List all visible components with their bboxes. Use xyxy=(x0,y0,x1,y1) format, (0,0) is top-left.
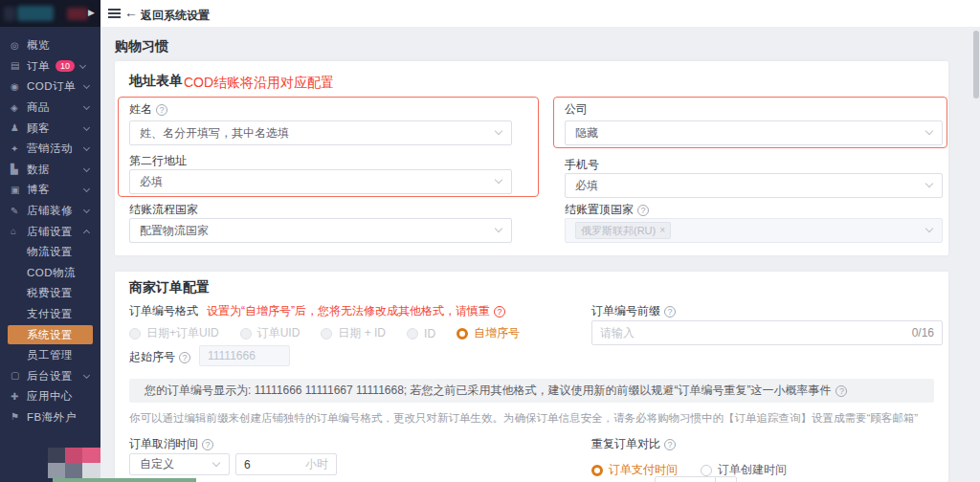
orders-icon: ▤ xyxy=(11,61,27,71)
sidebar-item-cod-orders[interactable]: ◉ COD订单 xyxy=(0,77,100,98)
radio-icon xyxy=(701,465,712,476)
hours-unit-suffix: 小时 xyxy=(305,456,336,472)
chevron-down-icon xyxy=(79,62,86,69)
arrow-left-icon[interactable]: ← xyxy=(124,5,138,20)
cancel-time-mode-select[interactable]: 自定义 xyxy=(129,453,230,475)
sidebar-nav: ◎ 概览 ▤ 订单 10 ◉ COD订单 ◈ 商品 ♟ 顾客 xyxy=(0,35,100,427)
cod-annotation-text: COD结账将沿用对应配置 xyxy=(184,75,334,92)
radio-order-uid[interactable]: 订单UID xyxy=(240,325,301,341)
sidebar-item-staff-management[interactable]: 员工管理 xyxy=(0,345,100,366)
chevron-down-icon xyxy=(83,186,90,192)
vertical-scrollbar-thumb[interactable] xyxy=(973,31,979,99)
logo-redacted-block xyxy=(4,7,15,21)
sidebar-item-backend-settings[interactable]: ▢ 后台设置 xyxy=(0,366,100,387)
partial-number-stepper[interactable] xyxy=(655,476,737,482)
prefix-input[interactable] xyxy=(592,326,912,340)
help-icon[interactable]: ? xyxy=(202,439,213,450)
order-number-format-label: 订单编号格式 xyxy=(129,303,198,319)
radio-selected-icon xyxy=(591,465,603,476)
sidebar-item-orders[interactable]: ▤ 订单 10 xyxy=(0,56,100,77)
help-icon[interactable]: ? xyxy=(835,385,847,397)
name-field-label: 姓名 ? xyxy=(129,101,167,118)
sidebar-item-logistics-settings[interactable]: 物流设置 xyxy=(0,242,100,263)
app-center-icon: ✚ xyxy=(11,392,27,402)
radio-auto-increment[interactable]: 自增序号 xyxy=(457,325,520,341)
chevron-down-icon xyxy=(83,144,90,151)
cancel-hours-input[interactable] xyxy=(236,458,305,471)
card-title: 地址表单 xyxy=(129,73,183,90)
page-title: 购物习惯 xyxy=(115,38,168,55)
sidebar-item-system-settings[interactable]: 系统设置 xyxy=(0,324,100,345)
cancel-hours-input-wrap: 小时 xyxy=(235,453,337,475)
sidebar: ▶ ◎ 概览 ▤ 订单 10 ◉ COD订单 ◈ 商品 xyxy=(0,0,100,482)
sidebar-collapse-icon[interactable]: ▶ xyxy=(88,8,95,17)
store-settings-icon: ⌂ xyxy=(11,227,27,236)
sidebar-item-marketing[interactable]: ✦ 营销活动 xyxy=(0,139,100,160)
sidebar-item-store-settings[interactable]: ⌂ 店铺设置 xyxy=(0,221,100,242)
app-window: ▶ ◎ 概览 ▤ 订单 10 ◉ COD订单 ◈ 商品 xyxy=(0,0,980,482)
chevron-down-icon xyxy=(495,176,502,184)
blog-icon: ▣ xyxy=(11,186,27,195)
store-design-icon: ✎ xyxy=(11,207,27,216)
char-counter: 0/16 xyxy=(912,326,942,340)
company-select[interactable]: 隐藏 xyxy=(565,120,943,145)
back-to-system-settings-link[interactable]: 返回系统设置 xyxy=(141,8,210,24)
chevron-down-icon xyxy=(83,207,90,213)
radio-selected-icon xyxy=(457,328,468,340)
sidebar-item-products[interactable]: ◈ 商品 xyxy=(0,98,100,119)
format-warning-text: 设置为“自增序号”后，您将无法修改成其他格式，请慎重 ? xyxy=(207,303,505,319)
help-icon[interactable]: ? xyxy=(494,306,505,318)
logo-redacted-block xyxy=(17,6,54,21)
sidebar-item-overview[interactable]: ◎ 概览 xyxy=(0,35,100,56)
phone-select[interactable]: 必填 xyxy=(565,173,943,198)
sidebar-item-app-center[interactable]: ✚ 应用中心 xyxy=(0,386,100,407)
help-icon[interactable]: ? xyxy=(664,439,676,450)
cancel-time-label: 订单取消时间 ? xyxy=(129,436,213,452)
sidebar-item-customers[interactable]: ♟ 顾客 xyxy=(0,118,100,139)
radio-date-order-uid[interactable]: 日期+订单UID xyxy=(129,325,219,341)
help-icon[interactable]: ? xyxy=(664,306,676,318)
radio-icon xyxy=(240,328,252,340)
card-title: 商家订单配置 xyxy=(129,279,210,296)
sidebar-item-fb-overseas[interactable]: ⚑ FB海外户 xyxy=(0,407,100,428)
checkout-country-select[interactable]: 配置物流国家 xyxy=(129,218,512,243)
radio-icon xyxy=(321,328,332,340)
fb-overseas-icon: ⚑ xyxy=(11,412,27,422)
address2-select[interactable]: 必填 xyxy=(129,169,512,194)
order-config-card: 商家订单配置 订单编号格式 设置为“自增序号”后，您将无法修改成其他格式，请慎重… xyxy=(115,272,948,482)
topbar: ← 返回系统设置 xyxy=(100,0,980,27)
name-format-select[interactable]: 姓、名分开填写，其中名选填 xyxy=(129,120,512,145)
checkout-country-field-label: 结账流程国家 xyxy=(129,202,198,218)
chevron-down-icon xyxy=(83,372,90,379)
address2-field-label: 第二行地址 xyxy=(129,153,187,169)
sidebar-item-store-design[interactable]: ✎ 店铺装修 xyxy=(0,201,100,222)
sidebar-item-payment-settings[interactable]: 支付设置 xyxy=(0,304,100,325)
cod-orders-icon: ◉ xyxy=(11,82,27,92)
help-icon[interactable]: ? xyxy=(156,104,167,116)
prefix-label: 订单编号前缀 ? xyxy=(591,303,676,319)
logo-redacted-block xyxy=(67,8,88,20)
radio-date-id[interactable]: 日期 + ID xyxy=(321,325,386,341)
pinned-country-field-label: 结账置顶国家 ? xyxy=(565,202,649,218)
help-icon[interactable]: ? xyxy=(179,352,190,363)
radio-icon xyxy=(129,328,141,340)
remove-tag-icon[interactable]: × xyxy=(659,223,665,238)
overview-icon: ◎ xyxy=(11,41,27,51)
order-number-preview-banner: 您的订单编号显示为: 11111666 11111667 11111668; 若… xyxy=(129,379,934,403)
prefix-input-wrap: 0/16 xyxy=(591,320,943,345)
sidebar-item-blog[interactable]: ▣ 博客 xyxy=(0,180,100,201)
logo-area: ▶ xyxy=(0,0,100,27)
help-icon[interactable]: ? xyxy=(637,205,649,216)
radio-id[interactable]: ID xyxy=(407,325,435,341)
marketing-icon: ✦ xyxy=(11,144,27,154)
company-field-label: 公司 xyxy=(565,101,588,118)
hamburger-icon[interactable] xyxy=(108,9,121,18)
sidebar-item-tax-settings[interactable]: 税费设置 xyxy=(0,283,100,304)
sidebar-item-analytics[interactable]: ▙ 数据 xyxy=(0,160,100,181)
start-number-input[interactable] xyxy=(199,345,290,366)
address-form-card: 地址表单 COD结账将沿用对应配置 姓名 ? 姓、名分开填写，其中名选填 公司 … xyxy=(115,61,948,255)
pinned-country-select[interactable]: 俄罗斯联邦(RU) × xyxy=(565,218,943,243)
radio-icon xyxy=(407,328,418,340)
chevron-down-icon xyxy=(925,180,933,187)
sidebar-item-cod-logistics[interactable]: COD物流 xyxy=(0,263,100,284)
